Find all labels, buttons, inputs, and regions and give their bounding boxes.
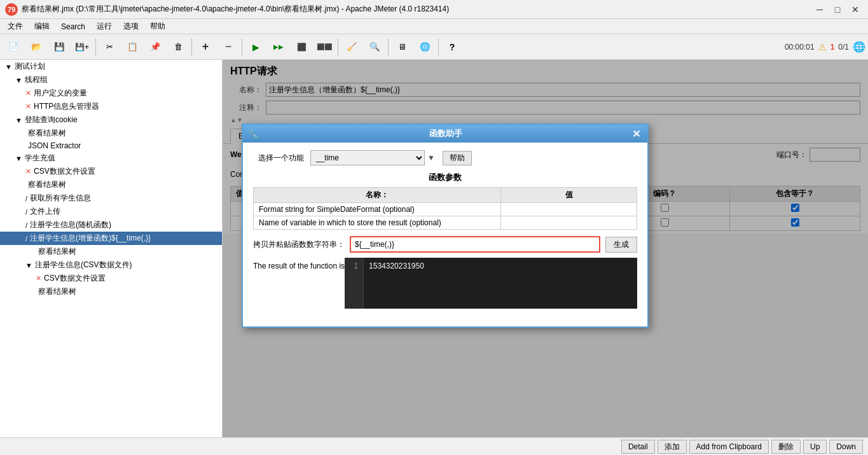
sidebar-item-label: 测试计划 bbox=[15, 61, 45, 72]
help-button[interactable]: 帮助 bbox=[443, 151, 472, 165]
generate-button[interactable]: 生成 bbox=[605, 237, 637, 253]
sidebar-item-result-tree-1[interactable]: 察看结果树 bbox=[0, 127, 222, 140]
main-area: ▼ 测试计划 ▼ 线程组 ✕ 用户定义的变量 ✕ HTTP信息头管理器 ▼ 登陆… bbox=[0, 60, 868, 437]
sidebar-item-result-tree-4[interactable]: 察看结果树 bbox=[0, 285, 222, 298]
detail-button[interactable]: Detail bbox=[621, 440, 655, 454]
add-clipboard-button[interactable]: Add from Clipboard bbox=[689, 440, 769, 454]
delete-param-button[interactable]: 删除 bbox=[771, 440, 801, 454]
sidebar-item-thread-group[interactable]: ▼ 线程组 bbox=[0, 73, 222, 87]
window-title: 察看结果树.jmx (D:\常用工具\jmeter\apache-jmeter-… bbox=[22, 4, 449, 15]
function-select[interactable]: __time bbox=[310, 150, 425, 165]
timer-display: 00:00:01 bbox=[785, 43, 815, 52]
sidebar-item-user-vars[interactable]: ✕ 用户定义的变量 bbox=[0, 87, 222, 100]
menu-options[interactable]: 选项 bbox=[118, 20, 144, 33]
result-label: The result of the function is bbox=[253, 258, 345, 314]
expand-icon: ▼ bbox=[15, 155, 22, 162]
counter-display: 0/1 bbox=[838, 43, 849, 52]
param-row-1: Format string for SimpleDateFormat (opti… bbox=[254, 203, 637, 216]
sidebar-item-test-plan[interactable]: ▼ 测试计划 bbox=[0, 60, 222, 73]
delete-button[interactable]: 🗑 bbox=[167, 36, 189, 58]
sidebar-item-register-time[interactable]: / 注册学生信息(增量函数)${__time(,)} bbox=[0, 232, 222, 245]
remote2-icon: 🌐 bbox=[420, 42, 431, 52]
cut-button[interactable]: ✂ bbox=[99, 36, 120, 58]
params-table: 名称： 值 Format string for SimpleDateFormat… bbox=[253, 187, 637, 230]
close-button[interactable]: ✕ bbox=[848, 3, 863, 16]
start-icon: ▶ bbox=[252, 42, 259, 52]
menubar: 文件 编辑 Search 运行 选项 帮助 bbox=[0, 19, 868, 34]
help-button[interactable]: ? bbox=[441, 36, 463, 58]
param-value-2[interactable] bbox=[501, 216, 637, 230]
new-button[interactable]: 📄 bbox=[3, 36, 24, 58]
saveas-button[interactable]: 💾+ bbox=[71, 36, 93, 58]
expand-icon: ▼ bbox=[15, 116, 22, 124]
remove-button[interactable]: − bbox=[217, 36, 239, 58]
search-button[interactable]: 🔍 bbox=[364, 36, 385, 58]
content-area: HTTP请求 名称： 注释： ▲▼ Basic Advanced Web服务器 bbox=[223, 60, 868, 437]
clear-button[interactable]: 🧹 bbox=[341, 36, 362, 58]
add-button[interactable]: + bbox=[195, 36, 216, 58]
stop-button[interactable]: ⬛ bbox=[291, 36, 312, 58]
sep1 bbox=[95, 38, 96, 56]
help-icon: ? bbox=[450, 42, 455, 52]
modal-icon: 🔧 bbox=[248, 129, 258, 139]
menu-search[interactable]: Search bbox=[56, 21, 90, 32]
param-value-input-2[interactable] bbox=[506, 218, 631, 227]
sidebar-item-cookie[interactable]: ▼ 登陆查询cookie bbox=[0, 113, 222, 127]
param-value-1[interactable] bbox=[501, 203, 637, 216]
sidebar-item-register-rand[interactable]: / 注册学生信息(随机函数) bbox=[0, 218, 222, 232]
menu-help[interactable]: 帮助 bbox=[145, 20, 170, 33]
select-function-label: 选择一个功能 bbox=[253, 153, 304, 164]
menu-edit[interactable]: 编辑 bbox=[29, 20, 55, 33]
toolbar: 📄 📂 💾 💾+ ✂ 📋 📌 🗑 + − ▶ ▶▶ ⬛ ⬛⬛ 🧹 bbox=[0, 34, 868, 60]
remote2-button[interactable]: 🌐 bbox=[414, 36, 436, 58]
toolbar-time-area: 00:00:01 ⚠ 1 0/1 🌐 bbox=[785, 41, 865, 53]
modal-body: 选择一个功能 __time ▼ 帮助 函数参数 名称： bbox=[243, 143, 647, 326]
start-button[interactable]: ▶ bbox=[245, 36, 266, 58]
down-button[interactable]: Down bbox=[829, 440, 863, 454]
slash-icon: / bbox=[25, 235, 27, 242]
add-param-button[interactable]: 添加 bbox=[658, 440, 687, 454]
sidebar-item-file-upload[interactable]: / 文件上传 bbox=[0, 205, 222, 218]
copy-button[interactable]: 📋 bbox=[121, 36, 143, 58]
badge: 79 bbox=[5, 3, 18, 16]
sidebar-item-label: 用户定义的变量 bbox=[34, 88, 87, 99]
cut-icon: ✂ bbox=[106, 42, 113, 52]
sidebar-item-student-fill[interactable]: ▼ 学生充值 bbox=[0, 151, 222, 165]
up-button[interactable]: Up bbox=[803, 440, 827, 454]
param-value-input-1[interactable] bbox=[506, 205, 631, 214]
sidebar-item-csv-2[interactable]: ✕ CSV数据文件设置 bbox=[0, 272, 222, 285]
title-badge: 79 察看结果树.jmx (D:\常用工具\jmeter\apache-jmet… bbox=[5, 3, 449, 16]
paste-button[interactable]: 📌 bbox=[144, 36, 166, 58]
copy-icon: 📋 bbox=[127, 42, 138, 52]
sidebar-item-label: 察看结果树 bbox=[38, 246, 76, 257]
sidebar-item-http-header[interactable]: ✕ HTTP信息头管理器 bbox=[0, 100, 222, 113]
maximize-button[interactable]: □ bbox=[830, 3, 845, 16]
sidebar-item-json-extractor[interactable]: JSON Extractor bbox=[0, 140, 222, 151]
open-button[interactable]: 📂 bbox=[25, 36, 47, 58]
sidebar-item-result-tree-3[interactable]: 察看结果树 bbox=[0, 245, 222, 258]
sidebar-item-result-tree-2[interactable]: 察看结果树 bbox=[0, 178, 222, 192]
remote-button[interactable]: 🖥 bbox=[391, 36, 413, 58]
sidebar-item-label: 登陆查询cookie bbox=[25, 115, 78, 125]
open-icon: 📂 bbox=[31, 42, 42, 52]
sep6 bbox=[438, 38, 439, 56]
sidebar-item-register-csv[interactable]: ▼ 注册学生信息(CSV数据文件) bbox=[0, 258, 222, 272]
copy-value-input[interactable] bbox=[350, 236, 600, 253]
window-controls: ─ □ ✕ bbox=[812, 3, 863, 16]
result-display-area: The result of the function is 1 15343202… bbox=[253, 258, 637, 314]
menu-run[interactable]: 运行 bbox=[92, 20, 117, 33]
sidebar-item-label: 注册学生信息(随机函数) bbox=[30, 220, 111, 230]
sidebar-item-label: 注册学生信息(CSV数据文件) bbox=[35, 260, 132, 270]
stop-now-button[interactable]: ⬛⬛ bbox=[313, 36, 335, 58]
modal-close-button[interactable]: ✕ bbox=[630, 127, 642, 140]
sep4 bbox=[338, 38, 338, 56]
minimize-button[interactable]: ─ bbox=[812, 3, 827, 16]
sidebar-item-get-students[interactable]: / 获取所有学生信息 bbox=[0, 192, 222, 205]
menu-file[interactable]: 文件 bbox=[3, 20, 28, 33]
start-no-pause-button[interactable]: ▶▶ bbox=[268, 36, 289, 58]
sidebar-item-csv-1[interactable]: ✕ CSV数据文件设置 bbox=[0, 165, 222, 178]
sidebar-item-label: JSON Extractor bbox=[28, 141, 81, 150]
sidebar-item-label: 文件上传 bbox=[30, 206, 60, 217]
params-col-name: 名称： bbox=[254, 188, 501, 203]
save-button[interactable]: 💾 bbox=[48, 36, 70, 58]
